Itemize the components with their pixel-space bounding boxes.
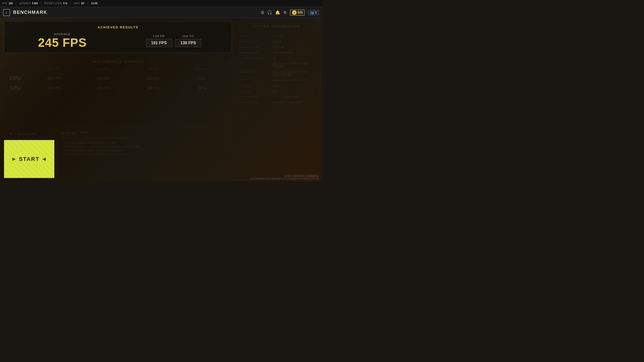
results-row: AVERAGE 245 FPS Low 5th 191 FPS Low 1st … [9, 33, 227, 49]
header-right: ⊞ 🎧 🔔 ⚙ C 505 👥 5 [261, 10, 319, 16]
bell-icon[interactable]: 🔔 [275, 10, 280, 15]
fps-value: 183 [9, 2, 13, 5]
time-stat: 13:59 [91, 2, 98, 5]
low1st-box: Low 1st 138 FPS [175, 34, 201, 47]
packet-loss-label: PACKET LOSS: [44, 2, 62, 5]
low1st-value: 138 FPS [175, 39, 201, 47]
timestamp-value: 13:59 | 9/21/2023 | v.15833622 [285, 175, 319, 177]
time-value: 13:59 [91, 2, 98, 5]
average-value: 245 FPS [9, 37, 115, 49]
low5th-box: Low 5th 191 FPS [146, 34, 172, 47]
page-title: BENCHMARK [13, 10, 47, 15]
average-label: AVERAGE [9, 33, 115, 36]
divider [88, 2, 88, 6]
latency-label: LATENCY: [19, 2, 31, 5]
footer-build: 9.21.15833622 [103.255.2260+11] T [7000]… [250, 177, 319, 180]
start-button[interactable]: ▶ START ◀ [4, 140, 54, 178]
divider [70, 2, 71, 6]
achieved-results-title: ACHIEVED RESULTS [9, 25, 227, 29]
timestamp-bar: 13:59 | 9/21/2023 | v.15833622 [285, 175, 319, 177]
packet-loss-value: 0 % [63, 2, 67, 5]
back-button[interactable]: ‹ [3, 9, 10, 16]
coin-value: 505 [298, 11, 303, 14]
start-label: START [19, 156, 39, 162]
low5th-label: Low 5th [146, 34, 172, 37]
low5th-value: 191 FPS [146, 39, 172, 47]
headset-icon[interactable]: 🎧 [267, 10, 272, 15]
low1st-label: Low 1st [175, 34, 201, 37]
friend-badge[interactable]: 👥 5 [308, 10, 319, 15]
coin-badge[interactable]: C 505 [290, 10, 305, 16]
gpu-temp-stat: GPU: 34° [74, 2, 85, 5]
coin-icon: C [292, 10, 297, 15]
friend-icon: 👥 [310, 11, 314, 14]
topbar: FPS: 183 LATENCY: 5 MS PACKET LOSS: 0 % … [0, 0, 322, 7]
gpu-value: 34° [81, 2, 85, 5]
header: ‹ BENCHMARK ⊞ 🎧 🔔 ⚙ C 505 👥 5 [0, 7, 322, 18]
settings-icon[interactable]: ⚙ [283, 10, 287, 15]
divider [16, 2, 16, 6]
main-content: ACHIEVED RESULTS AVERAGE 245 FPS Low 5th… [0, 18, 322, 181]
friend-value: 5 [315, 11, 317, 14]
achieved-results-panel: ACHIEVED RESULTS AVERAGE 245 FPS Low 5th… [4, 21, 232, 53]
grid-icon[interactable]: ⊞ [261, 10, 264, 15]
latency-value: 5 MS [32, 2, 38, 5]
packet-loss-stat: PACKET LOSS: 0 % [44, 2, 68, 5]
fps-stat: FPS: 183 [2, 2, 13, 5]
gpu-label: GPU: [74, 2, 80, 5]
fps-boxes: Low 5th 191 FPS Low 1st 138 FPS [120, 34, 227, 47]
start-arrow-left: ▶ [12, 157, 16, 161]
latency-stat: LATENCY: 5 MS [19, 2, 38, 5]
build-value: 9.21.15833622 [103.255.2260+11] T [7000]… [250, 177, 319, 180]
fps-label: FPS: [2, 2, 8, 5]
divider [41, 2, 41, 6]
start-arrow-right: ◀ [43, 157, 46, 161]
avg-fps-block: AVERAGE 245 FPS [9, 33, 115, 49]
